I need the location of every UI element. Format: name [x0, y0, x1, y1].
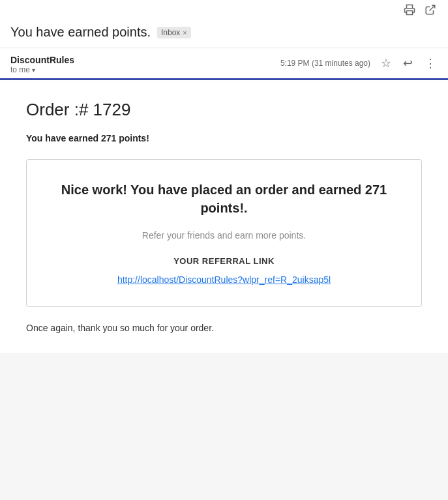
top-action-bar	[0, 0, 448, 17]
promo-card: Nice work! You have placed an order and …	[26, 159, 422, 307]
reply-button[interactable]: ↩	[402, 55, 414, 72]
chevron-down-icon: ▾	[32, 66, 35, 74]
more-options-button[interactable]: ⋮	[423, 55, 438, 72]
to-me-label[interactable]: to me ▾	[10, 65, 74, 74]
badge-close-button[interactable]: ×	[183, 29, 187, 37]
email-body: Order :# 1729 You have earned 271 points…	[0, 80, 448, 353]
email-timestamp: 5:19 PM (31 minutes ago)	[280, 59, 370, 68]
thank-you-text: Once again, thank you so much for your o…	[26, 323, 422, 333]
sender-name: DiscountRules	[10, 55, 74, 65]
inbox-badge-label: Inbox	[161, 28, 180, 37]
print-button[interactable]	[402, 3, 417, 17]
star-button[interactable]: ☆	[380, 55, 393, 72]
popout-button[interactable]	[423, 3, 438, 17]
reply-icon: ↩	[403, 56, 413, 70]
order-number: Order :# 1729	[26, 100, 422, 120]
points-earned-text: You have earned 271 points!	[26, 133, 422, 143]
sender-row: DiscountRules to me ▾ 5:19 PM (31 minute…	[0, 48, 448, 78]
email-header: You have earned points. Inbox ×	[0, 17, 448, 48]
referral-label: YOUR REFERRAL LINK	[53, 256, 395, 266]
referral-link[interactable]: http://localhost/DiscountRules?wlpr_ref=…	[117, 274, 331, 285]
card-subtext: Refer your friends and earn more points.	[53, 230, 395, 241]
star-icon: ☆	[381, 56, 391, 70]
card-headline: Nice work! You have placed an order and …	[53, 181, 395, 217]
email-subject: You have earned points.	[10, 25, 151, 40]
sender-info: DiscountRules to me ▾	[10, 55, 74, 74]
svg-line-1	[430, 5, 435, 10]
sender-right: 5:19 PM (31 minutes ago) ☆ ↩ ⋮	[280, 55, 438, 72]
inbox-badge: Inbox ×	[157, 27, 191, 38]
svg-rect-0	[407, 11, 413, 15]
more-icon: ⋮	[425, 56, 436, 70]
email-actions: ☆ ↩ ⋮	[380, 55, 438, 72]
